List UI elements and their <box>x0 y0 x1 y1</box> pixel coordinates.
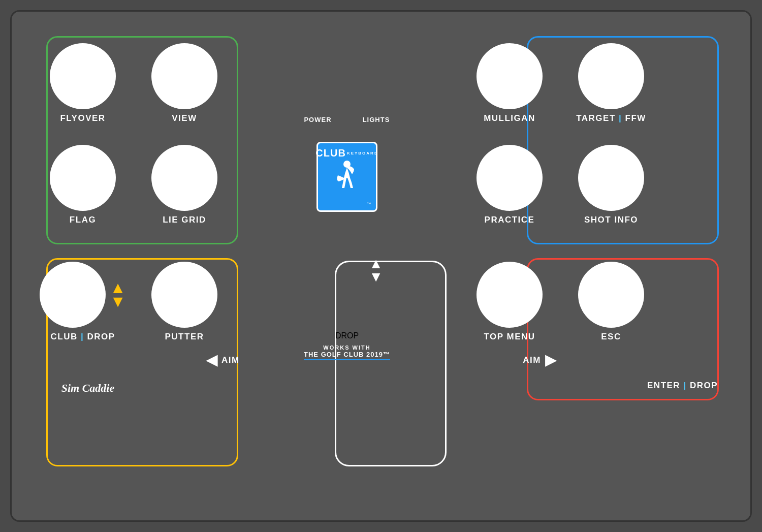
drop-label: DROP <box>335 331 359 340</box>
club-drop-button[interactable] <box>40 262 106 328</box>
aim-left-button[interactable] <box>141 330 202 391</box>
mulligan-button[interactable] <box>477 43 543 109</box>
aim-left-label: AIM <box>221 355 240 365</box>
lie-grid-label: LIE GRID <box>163 215 206 225</box>
club-keyboard-logo: CLUB KEYBOARD ™ <box>316 142 377 212</box>
drop-cell: ▲ ▼ DROP WORKS WITH THE GOLF CLUB 2019™ <box>235 230 459 347</box>
flag-cell: FLAG <box>32 129 134 230</box>
lie-grid-cell: LIE GRID <box>134 129 235 230</box>
aim-right-label: AIM <box>523 355 541 365</box>
lights-button[interactable] <box>355 70 398 113</box>
works-with-label: WORKS WITH <box>304 345 390 351</box>
main-container: FLYOVER VIEW POWER LIGHTS <box>10 10 752 522</box>
power-label: POWER <box>304 116 331 123</box>
target-ffw-button[interactable] <box>578 43 644 109</box>
aim-right-button[interactable] <box>560 330 621 391</box>
mulligan-cell: MULLIGAN <box>459 27 560 129</box>
flyover-button[interactable] <box>50 43 116 109</box>
works-with: WORKS WITH THE GOLF CLUB 2019™ <box>304 345 390 360</box>
club-drop-arrows: ▲ ▼ <box>110 281 126 308</box>
flyover-label: FLYOVER <box>60 113 105 123</box>
drop-top-button[interactable] <box>311 212 367 268</box>
lie-grid-button[interactable] <box>151 145 217 211</box>
lights-label: LIGHTS <box>363 116 390 123</box>
shot-info-button[interactable] <box>578 145 644 211</box>
shot-info-label: SHOT INFO <box>584 215 638 225</box>
enter-drop-label: ENTER | DROP <box>647 381 718 391</box>
esc-button[interactable] <box>578 262 644 328</box>
sim-caddie-label: Sim Caddie <box>61 382 115 395</box>
sim-caddie-button[interactable] <box>57 319 118 380</box>
practice-label: PRACTICE <box>485 215 535 225</box>
flag-label: FLAG <box>70 215 96 225</box>
putter-button[interactable] <box>151 262 217 328</box>
power-lights-cell: POWER LIGHTS <box>235 27 459 129</box>
practice-button[interactable] <box>477 145 543 211</box>
aim-left-area: ◀ AIM <box>141 330 240 391</box>
full-layout: FLYOVER VIEW POWER LIGHTS <box>32 27 733 400</box>
aim-right-area: AIM ▶ <box>523 330 621 391</box>
mulligan-label: MULLIGAN <box>484 113 535 123</box>
flyover-cell: FLYOVER <box>32 27 134 129</box>
golfer-icon <box>332 160 362 201</box>
drop-arrows: ▲ ▼ <box>369 257 383 283</box>
view-label: VIEW <box>172 113 197 123</box>
view-cell: VIEW <box>134 27 235 129</box>
left-arrow-icon: ◀ <box>206 352 217 368</box>
view-button[interactable] <box>151 43 217 109</box>
drop-bottom-button[interactable] <box>311 272 367 328</box>
works-with-game: THE GOLF CLUB 2019™ <box>304 351 390 360</box>
right-arrow-icon: ▶ <box>545 352 556 368</box>
enter-drop-button[interactable] <box>652 318 713 379</box>
top-menu-button[interactable] <box>477 262 543 328</box>
target-ffw-label: TARGET | FFW <box>576 113 646 123</box>
keyboard-logo-text: KEYBOARD <box>347 151 378 156</box>
target-ffw-cell: TARGET | FFW <box>560 27 662 129</box>
shot-info-cell: SHOT INFO <box>560 129 662 230</box>
power-button[interactable] <box>296 70 339 113</box>
club-logo-text: CLUB <box>315 147 346 159</box>
tm-text: ™ <box>367 202 371 206</box>
sim-caddie-area: Sim Caddie <box>57 319 118 395</box>
enter-drop-area: ENTER | DROP <box>647 318 718 391</box>
grid-area: FLYOVER VIEW POWER LIGHTS <box>32 27 733 347</box>
practice-cell: PRACTICE <box>459 129 560 230</box>
flag-button[interactable] <box>50 145 116 211</box>
